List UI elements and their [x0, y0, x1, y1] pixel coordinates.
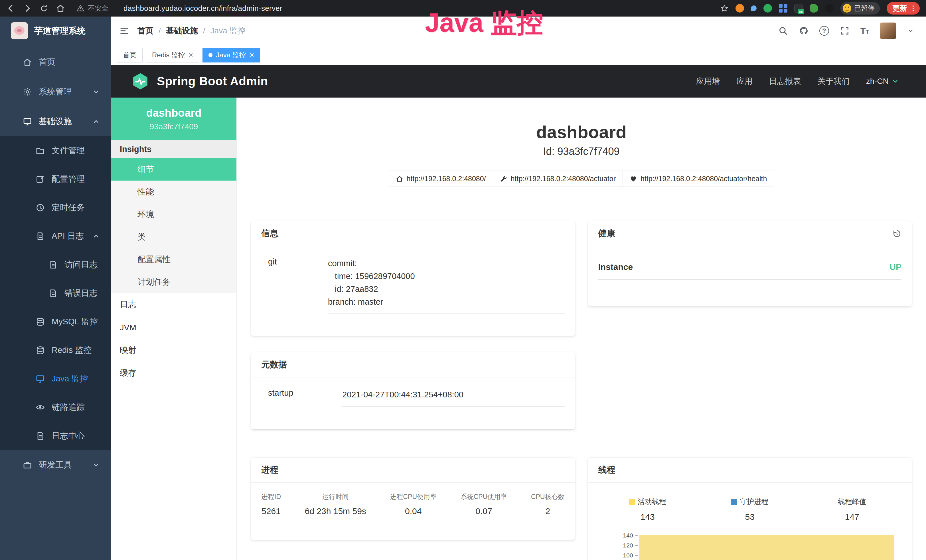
close-icon[interactable]: × [250, 51, 254, 59]
legend-swatch-yellow [629, 499, 635, 505]
doc-icon [36, 232, 45, 241]
sidebar-item-label: 定时任务 [51, 202, 85, 213]
sba-item-scheduled-tasks[interactable]: 计划任务 [111, 271, 236, 293]
sba-nav-journal[interactable]: 日志报表 [769, 76, 801, 87]
extension-icon-leaf[interactable] [809, 4, 818, 12]
github-icon[interactable] [799, 26, 808, 36]
reload-icon[interactable] [39, 4, 48, 13]
app-logo [11, 22, 28, 39]
page-title: dashboard [237, 123, 926, 141]
sba-item-logs[interactable]: 日志 [111, 293, 236, 316]
actuator-url-link[interactable]: http://192.168.0.2:48080/actuator [493, 171, 623, 187]
tab-label: 首页 [123, 50, 136, 60]
sidebar-item-dev-tools[interactable]: 研发工具 [0, 450, 111, 480]
tab-bar: 首页 Redis 监控 × Java 监控 × [111, 45, 926, 65]
address-bar[interactable]: dashboard.yudao.iocoder.cn/infra/admin-s… [124, 4, 282, 13]
sidebar-item-file-management[interactable]: 文件管理 [0, 136, 111, 165]
sba-nav: 应用墙 应用 日志报表 关于我们 zh-CN [696, 76, 899, 87]
sba-item-caches[interactable]: 缓存 [111, 362, 236, 384]
sidebar-item-redis-monitor[interactable]: Redis 监控 [0, 336, 111, 365]
system-cpu: 系统CPU使用率 0.07 [461, 492, 507, 516]
sidebar-item-label: 基础设施 [39, 116, 72, 127]
legend-label: 活动线程 [638, 497, 666, 506]
search-icon[interactable] [778, 26, 788, 36]
help-icon[interactable]: ? [819, 26, 829, 36]
locale-select[interactable]: zh-CN [866, 77, 899, 86]
sba-logo-icon [131, 72, 150, 91]
breadcrumb: 首页 / 基础设施 / Java 监控 [138, 26, 245, 36]
sba-nav-about[interactable]: 关于我们 [818, 76, 850, 87]
cards-column-right: 健康 Instance UP [588, 221, 912, 560]
legend-value: 147 [845, 512, 859, 522]
chevron-down-icon [92, 461, 100, 469]
fullscreen-icon[interactable] [840, 26, 850, 36]
sba-item-classes[interactable]: 类 [111, 226, 236, 248]
sidebar-item-tracing[interactable]: 链路追踪 [0, 393, 111, 422]
sidebar-item-access-logs[interactable]: 访问日志 [0, 250, 111, 279]
sidebar-item-home[interactable]: 首页 [0, 47, 111, 77]
sidebar-item-infrastructure[interactable]: 基础设施 [0, 107, 111, 136]
sidebar-item-mysql-monitor[interactable]: MySQL 监控 [0, 307, 111, 336]
cpu-cores: CPU核心数 2 [531, 492, 565, 516]
close-icon[interactable]: × [189, 51, 193, 59]
extension-icon-grid[interactable] [779, 4, 787, 12]
sidebar-item-java-monitor[interactable]: Java 监控 [0, 365, 111, 393]
extension-icon-orange[interactable] [735, 4, 744, 12]
back-icon[interactable] [6, 4, 15, 13]
sba-item-configprops[interactable]: 配置属性 [111, 248, 236, 271]
sidebar-menu: 首页 系统管理 基础设施 文件管理 [0, 45, 111, 480]
sba-item-performance[interactable]: 性能 [111, 180, 236, 203]
extension-icon-paw[interactable] [825, 4, 834, 12]
chevron-down-icon [92, 88, 100, 95]
breadcrumb-section[interactable]: 基础设施 [166, 26, 198, 36]
sidebar-item-system-management[interactable]: 系统管理 [0, 77, 111, 107]
avatar[interactable] [880, 23, 896, 39]
instance-header[interactable]: dashboard 93a3fc7f7409 [111, 98, 236, 140]
update-button[interactable]: 更新 [887, 2, 920, 15]
kebab-menu-icon[interactable] [909, 5, 917, 12]
sidebar-item-scheduled-tasks[interactable]: 定时任务 [0, 194, 111, 222]
breadcrumb-home[interactable]: 首页 [138, 26, 153, 36]
sidebar-item-label: API 日志 [51, 230, 84, 242]
sidebar-item-config-management[interactable]: 配置管理 [0, 165, 111, 194]
health-url-link[interactable]: http://192.168.0.2:48080/actuator/health [623, 171, 774, 187]
sidebar-item-error-logs[interactable]: 错误日志 [0, 279, 111, 307]
sidebar-item-log-center[interactable]: 日志中心 [0, 422, 111, 450]
sba-item-mappings[interactable]: 映射 [111, 339, 236, 362]
sidebar-item-label: 首页 [39, 56, 55, 68]
sidebar-item-api-logs[interactable]: API 日志 [0, 222, 111, 250]
locale-label: zh-CN [866, 77, 889, 86]
briefcase-icon [23, 460, 32, 469]
column-header: 进程CPU使用率 [390, 492, 437, 501]
instance-links: http://192.168.0.2:48080/ http://192.168… [237, 171, 926, 187]
tab-java-monitor[interactable]: Java 监控 × [203, 48, 260, 62]
hamburger-icon[interactable] [119, 26, 130, 36]
chevron-down-icon[interactable] [907, 27, 914, 34]
sba-nav-applications[interactable]: 应用 [737, 76, 753, 87]
service-url-link[interactable]: http://192.168.0.2:48080/ [389, 171, 493, 187]
health-row[interactable]: Instance UP [598, 262, 902, 280]
forward-icon[interactable] [23, 4, 32, 13]
sidebar-item-label: 访问日志 [65, 259, 98, 271]
link-label: http://192.168.0.2:48080/actuator [511, 175, 616, 183]
insights-section-label: Insights [111, 140, 236, 158]
column-header: 进程ID [261, 492, 281, 501]
security-chip[interactable]: 不安全 [76, 4, 108, 13]
sba-nav-wallboard[interactable]: 应用墙 [696, 76, 720, 87]
tab-home[interactable]: 首页 [117, 48, 142, 62]
history-icon[interactable] [892, 229, 902, 238]
legend-label: 守护进程 [740, 497, 768, 506]
bookmark-star-icon[interactable] [720, 4, 729, 12]
tab-redis-monitor[interactable]: Redis 监控 × [146, 48, 199, 62]
browser-home-icon[interactable] [56, 4, 65, 13]
status-badge: UP [890, 262, 902, 272]
sba-item-environment[interactable]: 环境 [111, 203, 236, 226]
extension-icon-green[interactable] [763, 4, 772, 12]
extension-icon-switch[interactable]: on [794, 4, 803, 12]
paused-badge[interactable]: 已暂停 [840, 2, 880, 15]
extension-icon-drop[interactable] [751, 5, 757, 11]
font-size-icon[interactable]: TT [860, 27, 869, 35]
sba-item-jvm[interactable]: JVM [111, 316, 236, 339]
metadata-key: startup [268, 388, 342, 407]
sba-item-details[interactable]: 细节 [111, 158, 236, 180]
